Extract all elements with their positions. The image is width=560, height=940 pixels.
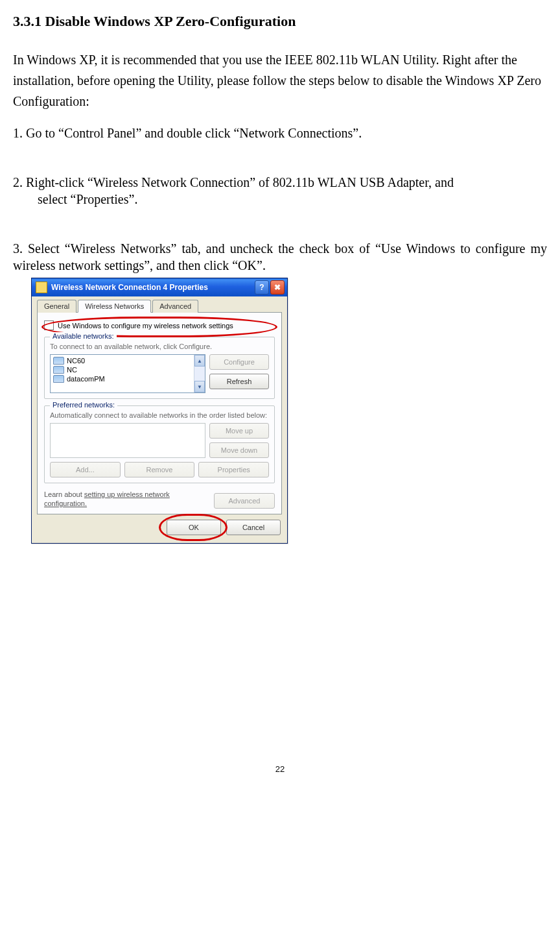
- add-button[interactable]: Add...: [50, 462, 121, 477]
- step-3: 3. Select “Wireless Networks” tab, and u…: [13, 240, 547, 274]
- network-icon: [53, 366, 64, 374]
- ok-button[interactable]: OK: [167, 520, 221, 535]
- learn-about-row: Learn about setting up wireless network …: [44, 490, 275, 509]
- step-3-line-1: 3. Select “Wireless Networks” tab, and u…: [13, 241, 471, 256]
- preferred-networks-list[interactable]: [50, 423, 205, 458]
- preferred-networks-title: Preferred networks:: [50, 401, 117, 409]
- list-item[interactable]: NC60: [52, 356, 192, 365]
- network-icon: [53, 357, 64, 365]
- tab-advanced[interactable]: Advanced: [152, 300, 198, 313]
- tab-wireless-networks[interactable]: Wireless Networks: [78, 300, 151, 313]
- use-windows-checkbox[interactable]: [44, 320, 54, 330]
- section-heading: 3.3.1 Disable Windows XP Zero-Configurat…: [13, 13, 547, 30]
- preferred-networks-hint: Automatically connect to available netwo…: [50, 411, 269, 419]
- network-icon: [53, 375, 64, 383]
- scrollbar[interactable]: ▲ ▼: [194, 355, 205, 392]
- dialog-bottom-buttons: OK Cancel: [37, 514, 282, 536]
- refresh-button[interactable]: Refresh: [209, 374, 269, 389]
- advanced-button[interactable]: Advanced: [214, 493, 275, 509]
- step-1: 1. Go to “Control Panel” and double clic…: [13, 125, 547, 141]
- wireless-icon: [36, 282, 47, 293]
- tab-row: General Wireless Networks Advanced: [37, 300, 282, 313]
- move-up-button[interactable]: Move up: [209, 423, 269, 439]
- remove-button[interactable]: Remove: [124, 462, 195, 477]
- scroll-down-icon[interactable]: ▼: [194, 381, 205, 392]
- scroll-up-icon[interactable]: ▲: [194, 355, 205, 367]
- list-item[interactable]: datacomPM: [52, 374, 192, 383]
- intro-paragraph: In Windows XP, it is recommended that yo…: [13, 49, 547, 112]
- dialog-title: Wireless Network Connection 4 Properties: [51, 283, 208, 292]
- preferred-networks-group: Preferred networks: Automatically connec…: [44, 405, 275, 483]
- available-networks-title: Available networks:: [50, 332, 117, 340]
- close-button[interactable]: ✖: [270, 280, 285, 295]
- help-button[interactable]: ?: [255, 280, 269, 295]
- available-networks-group: Available networks: To connect to an ava…: [44, 337, 275, 399]
- page-number: 22: [13, 764, 547, 774]
- dialog-titlebar[interactable]: Wireless Network Connection 4 Properties…: [32, 278, 287, 296]
- step-2-line-2: select “Properties”.: [13, 191, 547, 208]
- tab-panel: Use Windows to configure my wireless net…: [37, 312, 282, 514]
- properties-button[interactable]: Properties: [198, 462, 269, 477]
- learn-about-text: Learn about: [44, 490, 84, 498]
- properties-dialog: Wireless Network Connection 4 Properties…: [31, 278, 288, 544]
- available-networks-hint: To connect to an available network, clic…: [50, 343, 269, 350]
- move-down-button[interactable]: Move down: [209, 442, 269, 458]
- available-networks-list[interactable]: NC60 NC datacomPM ▲ ▼: [50, 354, 205, 393]
- configure-button[interactable]: Configure: [209, 354, 269, 370]
- step-2: 2. Right-click “Wireless Network Connect…: [13, 174, 547, 208]
- use-windows-checkbox-label: Use Windows to configure my wireless net…: [58, 322, 233, 330]
- cancel-button[interactable]: Cancel: [226, 520, 281, 535]
- step-2-line-1: 2. Right-click “Wireless Network Connect…: [13, 174, 547, 191]
- list-item[interactable]: NC: [52, 365, 192, 374]
- tab-general[interactable]: General: [37, 300, 76, 313]
- use-windows-checkbox-row: Use Windows to configure my wireless net…: [44, 320, 275, 330]
